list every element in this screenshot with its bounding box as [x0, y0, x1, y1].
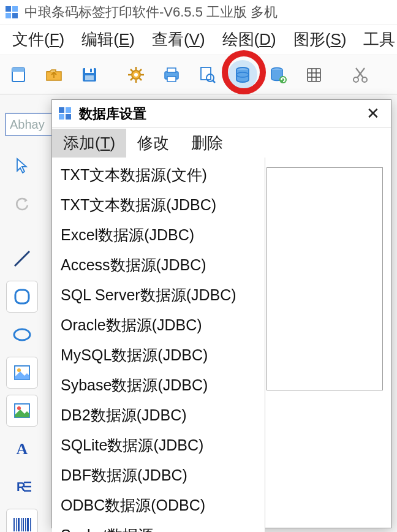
document-tab-label: Abhay: [10, 118, 45, 132]
dd-txt-file[interactable]: TXT文本数据源(文件): [52, 160, 265, 190]
svg-rect-65: [66, 114, 71, 120]
svg-point-44: [14, 329, 30, 340]
text-tool[interactable]: A: [6, 433, 38, 465]
menubar: 文件(F) 编辑(E) 查看(V) 绘图(D) 图形(S) 工具: [0, 25, 397, 55]
svg-rect-61: [30, 518, 31, 531]
main-toolbar: [0, 55, 397, 94]
svg-rect-54: [13, 518, 15, 531]
settings-button[interactable]: [121, 60, 151, 89]
image-tool[interactable]: [6, 357, 38, 389]
dialog-close-button[interactable]: ✕: [361, 104, 385, 123]
menu-view[interactable]: 查看(V): [143, 25, 214, 54]
dd-mysql-jdbc[interactable]: MySQL数据源(JDBC): [52, 340, 265, 370]
document-tab[interactable]: Abhay: [5, 113, 53, 136]
dialog-titlebar: 数据库设置 ✕: [52, 100, 391, 128]
dialog-title: 数据库设置: [79, 105, 361, 123]
app-icon: [5, 6, 18, 19]
svg-line-16: [140, 78, 142, 80]
svg-rect-21: [167, 68, 176, 72]
ellipse-tool[interactable]: [6, 319, 38, 351]
svg-rect-0: [6, 6, 11, 12]
svg-rect-9: [90, 69, 92, 72]
svg-line-40: [357, 68, 365, 78]
svg-rect-3: [12, 13, 18, 18]
dialog-icon: [58, 107, 73, 121]
svg-rect-60: [27, 518, 29, 531]
svg-line-15: [130, 69, 133, 72]
svg-text:A: A: [17, 440, 28, 458]
svg-rect-2: [6, 13, 11, 18]
dialog-menu-delete[interactable]: 删除: [180, 129, 234, 158]
dd-sqlserver-jdbc[interactable]: SQL Server数据源(JDBC): [52, 280, 265, 310]
svg-point-29: [279, 76, 287, 83]
svg-rect-62: [59, 107, 64, 113]
svg-rect-64: [59, 114, 64, 120]
print-preview-button[interactable]: [192, 60, 222, 89]
window-title: 中琅条码标签打印软件-V6.5.5 工业版 多机: [25, 3, 278, 21]
open-button[interactable]: [39, 60, 69, 89]
dialog-menubar: 添加(T) 修改 删除: [52, 128, 391, 158]
dd-access-jdbc[interactable]: Access数据源(JDBC): [52, 250, 265, 280]
dd-sybase-jdbc[interactable]: Sybase数据源(JDBC): [52, 370, 265, 400]
svg-rect-58: [23, 518, 24, 531]
svg-line-18: [130, 78, 133, 80]
svg-line-42: [15, 251, 29, 266]
rounded-rect-tool[interactable]: [6, 281, 38, 313]
dd-socket[interactable]: Socket数据源: [52, 520, 265, 532]
svg-point-46: [17, 368, 21, 372]
barcode-tool[interactable]: [6, 509, 38, 532]
image-color-tool[interactable]: [6, 395, 38, 427]
database-settings-dialog: 数据库设置 ✕ 添加(T) 修改 删除 TXT文本数据源(文件) TXT文本数据…: [51, 99, 391, 528]
dd-txt-jdbc[interactable]: TXT文本数据源(JDBC): [52, 190, 265, 220]
dd-sqlite-jdbc[interactable]: SQLite数据源(JDBC): [52, 430, 265, 460]
svg-point-48: [17, 406, 21, 410]
svg-rect-43: [15, 290, 29, 303]
svg-rect-1: [12, 6, 18, 12]
database-button[interactable]: [228, 60, 257, 89]
svg-rect-56: [18, 518, 20, 531]
svg-point-19: [134, 73, 138, 77]
richtext-tool[interactable]: R: [6, 471, 38, 503]
database-refresh-button[interactable]: [263, 60, 293, 89]
side-toolbar: A R: [6, 150, 42, 532]
svg-rect-22: [167, 77, 176, 82]
add-datasource-dropdown: TXT文本数据源(文件) TXT文本数据源(JDBC) Excel数据源(JDB…: [52, 158, 265, 532]
menu-file[interactable]: 文件(F): [4, 25, 73, 54]
dialog-menu-add[interactable]: 添加(T): [52, 129, 126, 158]
save-button[interactable]: [75, 60, 104, 89]
svg-rect-63: [66, 107, 71, 113]
svg-line-41: [356, 68, 363, 78]
dd-oracle-jdbc[interactable]: Oracle数据源(JDBC): [52, 310, 265, 340]
dialog-list-box: [267, 167, 383, 390]
svg-rect-5: [12, 68, 25, 72]
menu-edit[interactable]: 编辑(E): [73, 25, 143, 54]
grid-button[interactable]: [299, 60, 328, 89]
cursor-tool[interactable]: [6, 150, 38, 181]
svg-line-25: [213, 80, 215, 83]
svg-rect-57: [21, 518, 22, 531]
line-tool[interactable]: [6, 243, 38, 275]
svg-rect-8: [85, 75, 94, 80]
menu-shape[interactable]: 图形(S): [285, 25, 355, 54]
window-titlebar: 中琅条码标签打印软件-V6.5.5 工业版 多机: [0, 0, 397, 25]
new-doc-button[interactable]: [4, 60, 33, 89]
rotate-tool[interactable]: [6, 188, 38, 219]
menu-draw[interactable]: 绘图(D): [214, 25, 285, 54]
dd-excel-jdbc[interactable]: Excel数据源(JDBC): [52, 220, 265, 250]
print-button[interactable]: [157, 60, 186, 89]
dd-db2-jdbc[interactable]: DB2数据源(JDBC): [52, 400, 265, 430]
menu-tools[interactable]: 工具: [355, 25, 397, 54]
dd-dbf-jdbc[interactable]: DBF数据源(JDBC): [52, 460, 265, 490]
dd-odbc[interactable]: ODBC数据源(ODBC): [52, 490, 265, 520]
cut-button[interactable]: [346, 60, 375, 89]
svg-rect-59: [25, 518, 26, 531]
dialog-menu-modify[interactable]: 修改: [126, 129, 180, 158]
svg-rect-7: [85, 68, 94, 73]
svg-rect-55: [16, 518, 17, 531]
svg-line-17: [140, 69, 142, 72]
